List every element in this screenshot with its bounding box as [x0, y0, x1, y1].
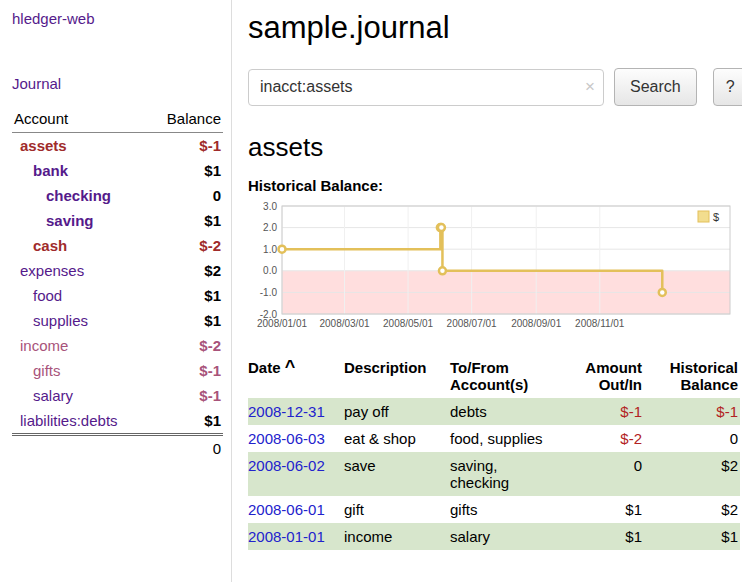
transaction-amount: $-1: [562, 398, 644, 425]
account-link-assets[interactable]: assets: [20, 137, 67, 154]
transaction-accounts: debts: [450, 398, 562, 425]
accounts-table-header: Account Balance: [12, 108, 223, 133]
account-link-cash[interactable]: cash: [33, 237, 67, 254]
account-row-assets: assets $-1: [12, 133, 223, 158]
transaction-amount: $-2: [562, 425, 644, 452]
transaction-amount: $1: [562, 523, 644, 550]
transaction-date-link[interactable]: 2008-06-02: [248, 457, 325, 474]
svg-text:$: $: [713, 211, 719, 223]
register-row: 2008-06-03 eat & shop food, supplies $-2…: [248, 425, 740, 452]
transaction-balance: $2: [644, 496, 740, 523]
search-button[interactable]: Search: [614, 68, 697, 106]
account-balance: $1: [204, 212, 221, 229]
account-link-bank[interactable]: bank: [33, 162, 68, 179]
total-balance: 0: [213, 440, 221, 457]
svg-text:2008/07/01: 2008/07/01: [447, 318, 497, 329]
account-row-cash: cash $-2: [12, 233, 223, 258]
svg-text:2008/05/01: 2008/05/01: [383, 318, 433, 329]
account-row-food: food $1: [12, 283, 223, 308]
transaction-description: income: [344, 523, 450, 550]
chart-title: Historical Balance:: [248, 177, 742, 194]
accounts-column-header: To/From Account(s): [450, 356, 562, 398]
clear-search-icon[interactable]: ×: [585, 77, 595, 97]
register-row: 2008-12-31 pay off debts $-1 $-1: [248, 398, 740, 425]
sidebar-item-journal[interactable]: Journal: [12, 75, 223, 92]
account-balance: $1: [204, 287, 221, 304]
date-header-label: Date: [248, 359, 281, 376]
account-link-liabilities-debts[interactable]: liabilities:debts: [20, 412, 118, 429]
accounts-total: 0: [12, 433, 223, 461]
transaction-amount: 0: [562, 452, 644, 496]
account-link-expenses[interactable]: expenses: [20, 262, 84, 279]
transaction-date-link[interactable]: 2008-06-01: [248, 501, 325, 518]
register-row: 2008-06-01 gift gifts $1 $2: [248, 496, 740, 523]
account-row-bank: bank $1: [12, 158, 223, 183]
transaction-accounts: salary: [450, 523, 562, 550]
svg-text:2008/11/01: 2008/11/01: [575, 318, 625, 329]
transaction-balance: $-1: [644, 398, 740, 425]
app-title-link[interactable]: hledger-web: [12, 10, 223, 27]
account-balance: $2: [204, 262, 221, 279]
account-row-supplies: supplies $1: [12, 308, 223, 333]
svg-text:-1.0: -1.0: [260, 287, 278, 298]
svg-text:0.0: 0.0: [263, 265, 277, 276]
transaction-description: gift: [344, 496, 450, 523]
account-balance: $1: [204, 312, 221, 329]
svg-text:2.0: 2.0: [263, 222, 277, 233]
transaction-description: save: [344, 452, 450, 496]
historical-balance-chart: 3.02.01.00.0-1.0-2.02008/01/012008/03/01…: [248, 198, 740, 340]
transaction-date-link[interactable]: 2008-12-31: [248, 403, 325, 420]
page-title: sample.journal: [248, 10, 742, 46]
account-link-salary[interactable]: salary: [33, 387, 73, 404]
main-content: sample.journal × Search ? assets Histori…: [232, 0, 742, 582]
search-input[interactable]: [248, 69, 604, 106]
transaction-balance: 0: [644, 425, 740, 452]
date-column-header[interactable]: Date ^: [248, 356, 344, 398]
register-row: 2008-06-02 save saving, checking 0 $2: [248, 452, 740, 496]
amount-column-header: Amount Out/In: [562, 356, 644, 398]
sidebar: hledger-web Journal Account Balance asse…: [0, 0, 232, 582]
transaction-description: eat & shop: [344, 425, 450, 452]
svg-text:2008/01/01: 2008/01/01: [257, 318, 307, 329]
svg-text:1.0: 1.0: [263, 244, 277, 255]
register-table: Date ^ Description To/From Account(s) Am…: [248, 356, 740, 550]
account-balance: $1: [204, 412, 221, 429]
account-link-food[interactable]: food: [33, 287, 62, 304]
transaction-date-link[interactable]: 2008-01-01: [248, 528, 325, 545]
account-row-liabilities-debts: liabilities:debts $1: [12, 408, 223, 433]
account-balance: $-2: [199, 237, 221, 254]
transaction-date-link[interactable]: 2008-06-03: [248, 430, 325, 447]
svg-text:2008/03/01: 2008/03/01: [319, 318, 369, 329]
register-header-row: Date ^ Description To/From Account(s) Am…: [248, 356, 740, 398]
account-balance: $-1: [199, 387, 221, 404]
transaction-accounts: saving, checking: [450, 452, 562, 496]
account-row-salary: salary $-1: [12, 383, 223, 408]
search-row: × Search ?: [248, 68, 742, 106]
register-row: 2008-01-01 income salary $1 $1: [248, 523, 740, 550]
description-column-header: Description: [344, 356, 450, 398]
sort-ascending-icon: ^: [285, 357, 296, 377]
account-row-gifts: gifts $-1: [12, 358, 223, 383]
balance-column-header: Historical Balance: [644, 356, 740, 398]
account-link-saving[interactable]: saving: [46, 212, 94, 229]
help-button[interactable]: ?: [713, 68, 742, 106]
svg-text:3.0: 3.0: [263, 201, 277, 212]
account-link-income[interactable]: income: [20, 337, 68, 354]
account-link-gifts[interactable]: gifts: [33, 362, 61, 379]
account-column-header: Account: [14, 110, 68, 127]
transaction-accounts: food, supplies: [450, 425, 562, 452]
hledger-web-app: hledger-web Journal Account Balance asse…: [0, 0, 742, 582]
account-balance: $-1: [199, 137, 221, 154]
account-row-expenses: expenses $2: [12, 258, 223, 283]
account-link-checking[interactable]: checking: [46, 187, 111, 204]
account-balance: $1: [204, 162, 221, 179]
search-box: ×: [248, 69, 604, 106]
transaction-amount: $1: [562, 496, 644, 523]
transaction-accounts: gifts: [450, 496, 562, 523]
svg-text:2008/09/01: 2008/09/01: [511, 318, 561, 329]
account-row-saving: saving $1: [12, 208, 223, 233]
account-link-supplies[interactable]: supplies: [33, 312, 88, 329]
account-balance: 0: [213, 187, 221, 204]
account-row-checking: checking 0: [12, 183, 223, 208]
transaction-balance: $1: [644, 523, 740, 550]
